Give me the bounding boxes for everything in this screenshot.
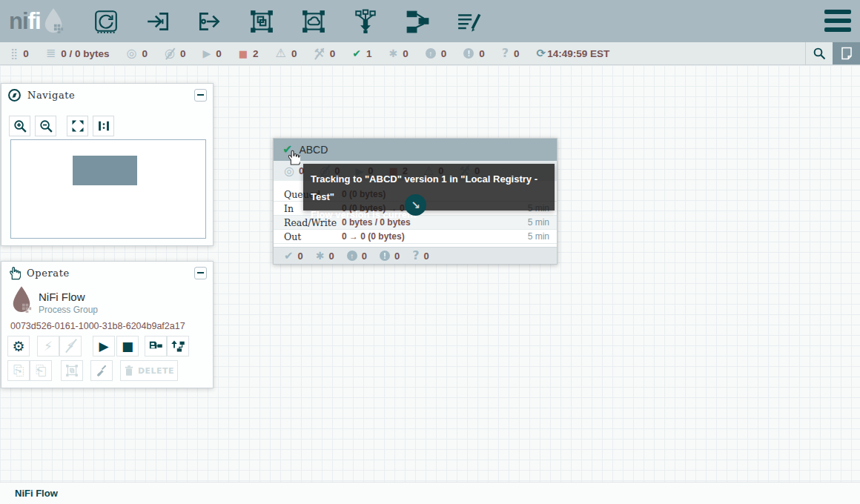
search-button[interactable] <box>805 42 833 64</box>
nifi-logo: nifi <box>9 7 80 36</box>
last-refresh-time: 14:49:59 EST <box>547 48 609 59</box>
status-sync-failure: ?0 <box>502 47 520 59</box>
mouse-cursor-hand <box>286 149 300 166</box>
operate-header: Operate <box>1 262 213 284</box>
pg-sync-failure-icon: ? <box>412 250 419 262</box>
status-up-to-date: ✔1 <box>352 48 371 59</box>
queued-list-icon: ≣ <box>46 47 56 59</box>
birdseye-minimap[interactable] <box>10 139 206 239</box>
invalid-warning-icon: ⚠ <box>276 47 286 59</box>
process-group-icon[interactable] <box>249 9 274 34</box>
process-group-version-footer: ✔0 ✱0 ↑0 !0 ?0 <box>274 247 557 264</box>
breadcrumb-bar: NiFi Flow <box>0 482 860 504</box>
stop-button[interactable]: ■ <box>116 336 139 357</box>
status-not-transmitting: ◎0 <box>165 47 185 59</box>
paste-button[interactable]: ⎗ <box>30 360 52 381</box>
process-group-name: ABCD <box>299 144 328 156</box>
create-template-button[interactable] <box>145 336 167 357</box>
logo-text-ni: ni <box>9 8 28 35</box>
selected-flow-id: 0073d526-0161-1000-31b8-6204b9af2a17 <box>10 321 185 331</box>
top-toolbar: nifi <box>0 0 860 42</box>
version-state-badge: ↘ <box>405 194 426 216</box>
pg-modified-stale-icon: ! <box>380 251 390 261</box>
logo-text-fi: fi <box>28 8 41 35</box>
remote-process-group-icon[interactable] <box>301 9 326 34</box>
group-button[interactable] <box>61 360 83 381</box>
compass-icon <box>7 88 22 102</box>
breadcrumb-nifi-flow[interactable]: NiFi Flow <box>15 488 58 499</box>
delete-button[interactable]: DELETE <box>120 360 178 381</box>
configure-button[interactable]: ⚙ <box>7 336 30 357</box>
operate-collapse-button[interactable] <box>194 267 207 279</box>
input-port-icon[interactable] <box>145 9 171 34</box>
navigate-panel: Navigate <box>1 83 214 246</box>
output-port-icon[interactable] <box>197 9 222 34</box>
not-transmitting-icon: ◎ <box>165 47 175 59</box>
template-icon[interactable] <box>405 9 430 34</box>
zoom-fit-button[interactable] <box>67 116 88 136</box>
operate-flow-info: NiFi Flow Process Group <box>10 285 98 316</box>
pg-stale-icon: ↑ <box>347 251 357 261</box>
zoom-actual-size-button[interactable] <box>93 116 114 136</box>
locally-modified-icon: ✱ <box>389 48 398 59</box>
search-icon <box>813 47 826 60</box>
version-tracking-tooltip: Tracking to "ABCD" version 1 in "Local R… <box>303 164 555 210</box>
component-toolbar <box>93 9 482 34</box>
color-button[interactable] <box>90 360 113 381</box>
pg-locally-modified-icon: ✱ <box>316 251 325 261</box>
flow-status-bar: ⣿0 ≣0 / 0 bytes ◎0 ◎0 ▶0 ■2 ⚠0 ⚒0 ✔1 ✱0 … <box>0 42 860 65</box>
disable-button[interactable]: ⚡ <box>59 336 82 357</box>
selected-flow-type: Process Group <box>39 305 98 315</box>
navigate-buttons <box>9 116 213 136</box>
navigate-title: Navigate <box>27 90 194 101</box>
zoom-in-button[interactable] <box>9 116 30 136</box>
delete-label: DELETE <box>138 366 174 376</box>
navigate-collapse-button[interactable] <box>194 89 207 102</box>
trash-icon <box>124 365 134 377</box>
navigate-header: Navigate <box>1 84 213 106</box>
up-to-date-check-icon: ✔ <box>352 48 361 59</box>
bulletin-page-icon <box>841 47 853 60</box>
status-refresh[interactable]: ⟳14:49:59 EST <box>537 48 610 59</box>
funnel-icon[interactable] <box>353 9 378 34</box>
processor-icon[interactable] <box>93 9 119 34</box>
stale-arrow-icon: ↑ <box>426 48 436 59</box>
upload-template-button[interactable] <box>167 336 189 357</box>
label-icon[interactable] <box>457 9 482 34</box>
global-menu-icon[interactable] <box>824 10 851 32</box>
operate-panel: Operate NiFi Flow Process Group 0073d526… <box>1 261 214 388</box>
selected-flow-name: NiFi Flow <box>39 291 98 303</box>
status-locally-modified: ✱0 <box>389 48 408 59</box>
sync-failure-icon: ? <box>502 47 509 59</box>
status-running: ▶0 <box>202 48 221 59</box>
threads-grid-icon: ⣿ <box>10 48 18 59</box>
nifi-app: nifi <box>0 0 860 504</box>
status-modified-stale: !0 <box>463 48 485 59</box>
tooltip-line-1: Tracking to "ABCD" version 1 in "Local R… <box>311 170 547 206</box>
hand-icon <box>7 266 21 280</box>
process-group-drop-icon <box>10 285 33 316</box>
stopped-square-icon: ■ <box>239 49 248 59</box>
operate-title: Operate <box>27 268 194 279</box>
disabled-tool-icon: ⚒ <box>314 47 324 59</box>
nifi-drop-icon <box>42 7 64 36</box>
process-group-header: ✔ ABCD <box>274 139 557 161</box>
running-play-icon: ▶ <box>202 48 211 59</box>
zoom-out-button[interactable] <box>35 116 56 136</box>
pg-up-to-date-icon: ✔ <box>284 251 294 262</box>
birdseye-process-group-rect <box>73 156 137 185</box>
transmitting-icon: ◎ <box>126 47 136 59</box>
arrow-down-right-icon: ↘ <box>411 199 420 212</box>
start-button[interactable]: ▶ <box>93 336 115 357</box>
status-transmitting: ◎0 <box>126 47 147 59</box>
status-stopped: ■2 <box>239 48 259 59</box>
refresh-icon[interactable]: ⟳ <box>537 48 546 59</box>
bulletin-board-button[interactable] <box>833 42 860 64</box>
modified-stale-icon: ! <box>463 48 474 59</box>
enable-button[interactable]: ⚡ <box>37 336 59 357</box>
copy-button[interactable]: ⎘ <box>7 360 30 381</box>
pg-transmitting-icon: ◎ <box>284 165 294 177</box>
status-invalid: ⚠0 <box>276 47 297 59</box>
status-disabled: ⚒0 <box>314 47 335 59</box>
out-row: Out0 → 0 (0 bytes)5 min <box>274 230 557 244</box>
